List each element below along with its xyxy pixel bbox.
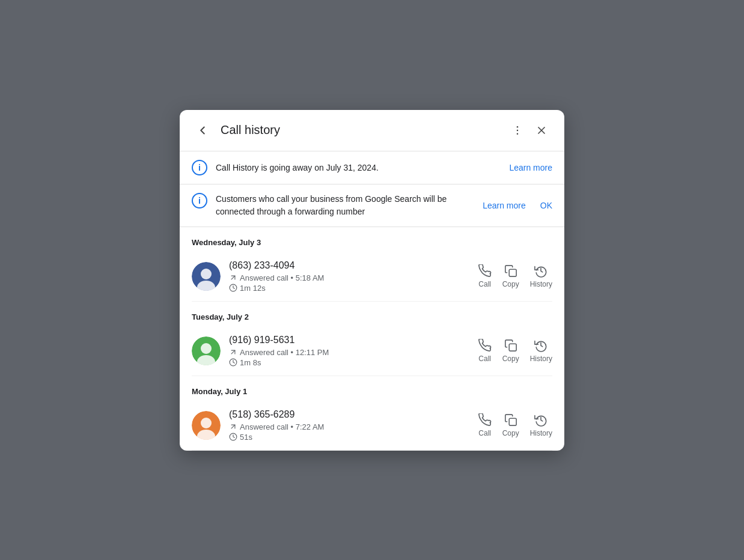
avatar bbox=[192, 411, 221, 440]
clock-icon bbox=[229, 433, 237, 441]
call-meta: Answered call • 12:11 PM bbox=[229, 348, 470, 357]
back-button[interactable] bbox=[192, 120, 213, 141]
forwarding-text: Customers who call your business from Go… bbox=[216, 193, 473, 218]
more-options-button[interactable] bbox=[507, 120, 528, 141]
call-details: (916) 919-5631 Answered call • 12:11 PM … bbox=[229, 335, 470, 367]
day-section: Wednesday, July 3 (863) 233-4094 Answere… bbox=[192, 227, 552, 302]
day-section: Tuesday, July 2 (916) 919-5631 Answered … bbox=[192, 302, 552, 376]
phone-icon bbox=[478, 339, 492, 352]
call-item: (518) 365-6289 Answered call • 7:22 AM 5… bbox=[192, 403, 552, 451]
call-type: Answered call • 12:11 PM bbox=[240, 348, 329, 357]
svg-point-1 bbox=[517, 129, 519, 131]
phone-icon bbox=[478, 264, 492, 278]
info-icon-1: i bbox=[192, 160, 207, 175]
forwarding-banner-body: Customers who call your business from Go… bbox=[216, 193, 552, 218]
going-away-banner: i Call History is going away on July 31,… bbox=[180, 151, 564, 184]
call-label: Call bbox=[478, 280, 491, 288]
avatar bbox=[192, 262, 221, 291]
history-label: History bbox=[530, 280, 552, 288]
history-icon bbox=[534, 264, 547, 278]
call-number: (916) 919-5631 bbox=[229, 335, 470, 345]
day-section: Monday, July 1 (518) 365-6289 Answered c… bbox=[192, 376, 552, 451]
call-type: Answered call • 5:18 AM bbox=[240, 273, 324, 282]
call-details: (863) 233-4094 Answered call • 5:18 AM 1… bbox=[229, 260, 470, 293]
copy-label: Copy bbox=[502, 355, 519, 363]
call-meta: Answered call • 5:18 AM bbox=[229, 273, 470, 282]
info-icon-2: i bbox=[192, 193, 207, 208]
call-label: Call bbox=[478, 429, 491, 437]
going-away-learn-more-link[interactable]: Learn more bbox=[509, 163, 552, 172]
call-history-modal: Call history i Call History is going awa… bbox=[180, 110, 564, 451]
copy-button[interactable]: Copy bbox=[502, 264, 519, 288]
forwarding-banner: i Customers who call your business from … bbox=[180, 184, 564, 227]
copy-icon bbox=[504, 339, 517, 352]
day-label: Wednesday, July 3 bbox=[192, 238, 552, 247]
call-duration: 51s bbox=[229, 433, 470, 442]
history-icon bbox=[534, 413, 547, 427]
svg-point-16 bbox=[201, 418, 212, 428]
history-label: History bbox=[530, 355, 552, 363]
history-label: History bbox=[530, 429, 552, 437]
svg-rect-14 bbox=[509, 344, 516, 351]
answered-icon bbox=[229, 273, 237, 282]
history-button[interactable]: History bbox=[530, 264, 552, 288]
call-number: (518) 365-6289 bbox=[229, 409, 470, 420]
clock-icon bbox=[229, 358, 237, 367]
day-label: Monday, July 1 bbox=[192, 387, 552, 396]
copy-button[interactable]: Copy bbox=[502, 339, 519, 363]
call-item: (863) 233-4094 Answered call • 5:18 AM 1… bbox=[192, 254, 552, 302]
call-list: Wednesday, July 3 (863) 233-4094 Answere… bbox=[180, 227, 564, 451]
duration-text: 1m 8s bbox=[240, 358, 261, 367]
day-label: Tuesday, July 2 bbox=[192, 312, 552, 321]
call-duration: 1m 8s bbox=[229, 358, 470, 367]
forwarding-ok-button[interactable]: OK bbox=[540, 201, 552, 210]
copy-icon bbox=[504, 413, 517, 427]
call-actions: Call Copy History bbox=[478, 264, 552, 288]
going-away-text: Call History is going away on July 31, 2… bbox=[216, 163, 496, 172]
svg-point-11 bbox=[201, 343, 212, 354]
copy-label: Copy bbox=[502, 280, 519, 288]
history-button[interactable]: History bbox=[530, 339, 552, 363]
history-button[interactable]: History bbox=[530, 413, 552, 437]
forwarding-learn-more-link[interactable]: Learn more bbox=[483, 201, 526, 210]
call-type: Answered call • 7:22 AM bbox=[240, 422, 324, 431]
call-actions: Call Copy History bbox=[478, 339, 552, 363]
duration-text: 1m 12s bbox=[240, 284, 266, 293]
modal-title: Call history bbox=[221, 123, 499, 137]
phone-icon bbox=[478, 413, 492, 427]
copy-icon bbox=[504, 264, 517, 278]
svg-point-2 bbox=[517, 133, 519, 135]
answered-icon bbox=[229, 422, 237, 431]
svg-rect-19 bbox=[509, 418, 516, 425]
copy-label: Copy bbox=[502, 429, 519, 437]
svg-rect-9 bbox=[509, 269, 516, 276]
copy-button[interactable]: Copy bbox=[502, 413, 519, 437]
duration-text: 51s bbox=[240, 433, 252, 442]
call-meta: Answered call • 7:22 AM bbox=[229, 422, 470, 431]
call-details: (518) 365-6289 Answered call • 7:22 AM 5… bbox=[229, 409, 470, 442]
header-actions bbox=[507, 120, 552, 141]
call-button[interactable]: Call bbox=[478, 339, 492, 363]
clock-icon bbox=[229, 284, 237, 292]
history-icon bbox=[534, 339, 547, 352]
svg-point-6 bbox=[201, 269, 212, 279]
call-actions: Call Copy History bbox=[478, 413, 552, 437]
svg-point-0 bbox=[517, 126, 519, 127]
modal-header: Call history bbox=[180, 110, 564, 151]
call-button[interactable]: Call bbox=[478, 413, 492, 437]
call-label: Call bbox=[478, 355, 491, 363]
avatar bbox=[192, 336, 221, 365]
forwarding-banner-actions: Learn more OK bbox=[478, 201, 552, 210]
answered-icon bbox=[229, 348, 237, 356]
call-duration: 1m 12s bbox=[229, 284, 470, 293]
call-button[interactable]: Call bbox=[478, 264, 492, 288]
call-item: (916) 919-5631 Answered call • 12:11 PM … bbox=[192, 329, 552, 376]
close-button[interactable] bbox=[531, 120, 552, 141]
call-number: (863) 233-4094 bbox=[229, 260, 470, 271]
